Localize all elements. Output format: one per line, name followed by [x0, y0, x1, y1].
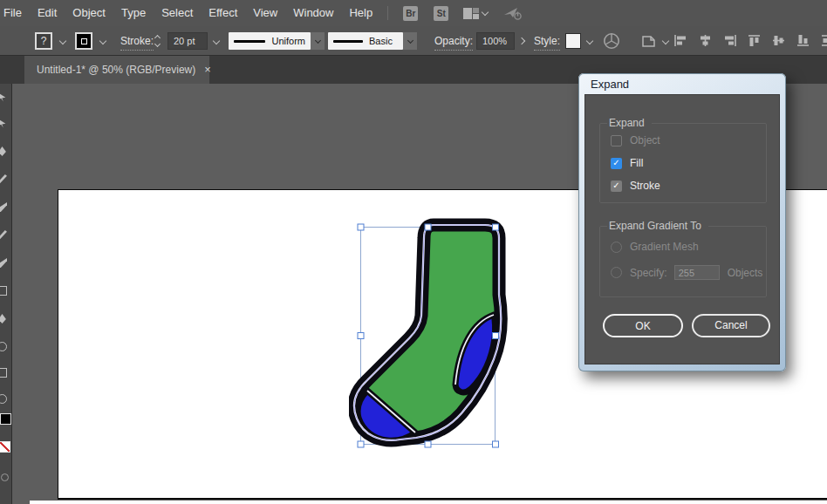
- menu-view[interactable]: View: [245, 0, 285, 26]
- control-bar: ? Stroke: 20 pt Uniform Basic Opacity: 1…: [0, 26, 827, 56]
- tool-strip: [0, 84, 12, 504]
- direct-selection-tool-icon[interactable]: [0, 119, 8, 129]
- brush-dropdown-icon[interactable]: [403, 32, 417, 50]
- expand-options-group: Expand Object ✓ Fill ✓ Stroke: [599, 123, 767, 203]
- align-vertical-center-icon[interactable]: [772, 34, 787, 47]
- tab-close-icon[interactable]: ×: [204, 56, 211, 84]
- pen-tool-icon[interactable]: [0, 146, 8, 157]
- share-icon[interactable]: [503, 6, 523, 21]
- gradient-mesh-radio[interactable]: [611, 242, 622, 253]
- illustrator-window: File Edit Object Type Select Effect View…: [0, 0, 827, 504]
- dialog-title: Expand: [591, 78, 629, 91]
- menu-file[interactable]: File: [0, 0, 30, 26]
- fill-color-chevron-icon[interactable]: [59, 37, 66, 44]
- style-label[interactable]: Style:: [534, 32, 560, 51]
- recolor-artwork-icon[interactable]: [603, 32, 620, 50]
- rectangle-tool-icon[interactable]: [0, 286, 8, 296]
- document-setup-chevron-icon[interactable]: [662, 37, 669, 44]
- rotate-tool-icon[interactable]: [0, 342, 8, 352]
- stroke-checkbox-label: Stroke: [630, 180, 660, 192]
- menu-edit[interactable]: Edit: [30, 0, 65, 26]
- stroke-checkbox[interactable]: ✓: [611, 180, 622, 192]
- gradient-mesh-label: Gradient Mesh: [630, 241, 699, 253]
- objects-label: Objects: [728, 267, 763, 279]
- cancel-button[interactable]: Cancel: [692, 314, 770, 337]
- stroke-weight-stepper[interactable]: [155, 32, 160, 50]
- variable-width-profile-select[interactable]: Uniform: [229, 32, 311, 50]
- menu-object[interactable]: Object: [65, 0, 113, 26]
- curvature-tool-icon[interactable]: [0, 174, 8, 185]
- style-chevron-icon[interactable]: [586, 37, 593, 44]
- gradient-mesh-radio-row[interactable]: Gradient Mesh: [611, 241, 699, 253]
- object-checkbox-row[interactable]: Object: [611, 134, 660, 146]
- stroke-weight-label[interactable]: Stroke:: [120, 32, 154, 51]
- fill-color-swatch[interactable]: ?: [35, 32, 52, 50]
- distribute-icon[interactable]: [821, 34, 827, 47]
- opacity-value[interactable]: 100%: [476, 32, 515, 50]
- brush-definition-select[interactable]: Basic: [328, 32, 403, 50]
- fill-checkbox-label: Fill: [630, 157, 643, 169]
- workspace-switcher-icon[interactable]: [463, 8, 479, 19]
- fill-proxy-swatch[interactable]: [0, 413, 11, 425]
- width-profile-label: Uniform: [271, 36, 305, 46]
- align-horizontal-center-icon[interactable]: [698, 34, 713, 47]
- expand-group-title: Expand: [607, 117, 652, 129]
- gradient-group-title: Expand Gradient To: [607, 220, 708, 232]
- specify-objects-input[interactable]: [674, 265, 720, 280]
- specify-radio[interactable]: [611, 267, 622, 278]
- dialog-body: Expand Object ✓ Fill ✓ Stroke Expand Gra…: [584, 94, 780, 364]
- stock-icon[interactable]: St: [434, 6, 448, 21]
- expand-dialog[interactable]: Expand Expand Object ✓ Fill ✓ Stroke Exp…: [578, 73, 786, 371]
- opacity-label[interactable]: Opacity:: [434, 32, 473, 51]
- menu-separator: [387, 6, 388, 20]
- stroke-color-swatch[interactable]: [75, 32, 92, 50]
- align-right-icon[interactable]: [722, 34, 737, 47]
- blob-brush-tool-icon[interactable]: [0, 258, 8, 269]
- stroke-proxy-swatch[interactable]: [0, 441, 10, 453]
- align-left-icon[interactable]: [673, 34, 688, 47]
- menu-effect[interactable]: Effect: [201, 0, 245, 26]
- document-tab[interactable]: Untitled-1* @ 50% (RGB/Preview) ×: [24, 56, 209, 84]
- align-top-icon[interactable]: [748, 34, 762, 47]
- stroke-weight-value[interactable]: 20 pt: [167, 32, 208, 50]
- stroke-color-chevron-icon[interactable]: [99, 37, 106, 44]
- width-profile-preview: [234, 40, 265, 43]
- scale-tool-icon[interactable]: [0, 368, 8, 378]
- stroke-weight-chevron-icon[interactable]: [213, 37, 220, 44]
- object-checkbox-label: Object: [630, 134, 660, 146]
- menu-window[interactable]: Window: [285, 0, 341, 26]
- artboard-bottom-strip: [30, 501, 827, 504]
- selection-tool-icon[interactable]: [0, 92, 8, 103]
- menu-help[interactable]: Help: [341, 0, 380, 26]
- ok-button[interactable]: OK: [603, 314, 683, 337]
- width-profile-dropdown-icon[interactable]: [311, 32, 325, 50]
- bridge-icon[interactable]: Br: [403, 6, 418, 21]
- align-bottom-icon[interactable]: [796, 34, 811, 47]
- zoom-tool-icon[interactable]: [0, 394, 8, 405]
- eraser-tool-icon[interactable]: [0, 314, 8, 324]
- sock-artwork[interactable]: [349, 218, 513, 455]
- menu-type[interactable]: Type: [113, 0, 154, 26]
- brush-preview: [333, 40, 363, 43]
- menu-select[interactable]: Select: [154, 0, 201, 26]
- object-checkbox[interactable]: [611, 135, 622, 146]
- gradient-options-group: Expand Gradient To Gradient Mesh Specify…: [599, 226, 767, 297]
- stroke-checkbox-row[interactable]: ✓ Stroke: [611, 180, 660, 192]
- workspace-chevron-icon[interactable]: [482, 9, 489, 16]
- fill-checkbox-row[interactable]: ✓ Fill: [611, 157, 643, 169]
- opacity-expand-icon[interactable]: [515, 32, 529, 50]
- brush-tool-icon[interactable]: [0, 202, 8, 213]
- brush-label: Basic: [369, 36, 393, 46]
- specify-label: Specify:: [630, 267, 667, 279]
- pencil-tool-icon[interactable]: [0, 230, 8, 241]
- document-tab-title: Untitled-1* @ 50% (RGB/Preview): [37, 64, 195, 76]
- stroke-swatch-inner: [81, 38, 87, 44]
- document-setup-icon[interactable]: [640, 33, 658, 49]
- drawing-mode-icon[interactable]: [1, 473, 9, 481]
- style-swatch[interactable]: [565, 33, 581, 49]
- fill-checkbox[interactable]: ✓: [611, 158, 622, 169]
- specify-radio-row[interactable]: Specify: Objects: [611, 265, 762, 280]
- menu-bar: File Edit Object Type Select Effect View…: [0, 0, 827, 26]
